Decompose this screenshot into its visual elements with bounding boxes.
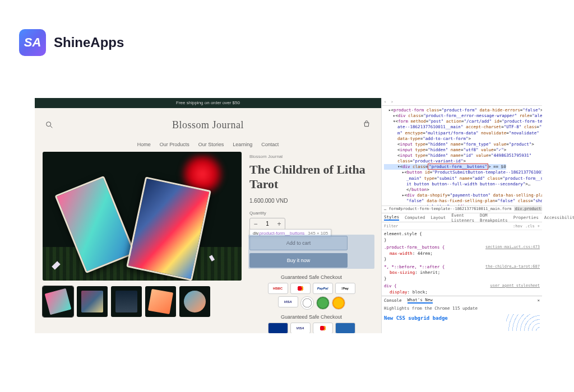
store-header: Blossom Journal: [35, 108, 381, 142]
cart-icon[interactable]: [362, 120, 371, 129]
storefront-panel: Free shipping on order over $50 Blossom …: [35, 98, 381, 333]
nav-stories[interactable]: Our Stories: [198, 142, 224, 147]
trust-block-2: Guaranteed Safe Checkout VISA: [249, 314, 373, 333]
tab-accessibility[interactable]: Accessibility: [544, 215, 574, 220]
badge-paypal: PayPal: [313, 283, 333, 294]
buy-now-button[interactable]: Buy it now: [249, 253, 348, 268]
search-icon[interactable]: [45, 120, 54, 129]
svg-point-0: [47, 122, 51, 127]
quantity-stepper: − 1 +: [249, 218, 285, 230]
arrow-right-icon[interactable]: ›: [391, 100, 393, 104]
add-to-cart-button[interactable]: Add to cart: [249, 236, 348, 250]
tab-event-listeners[interactable]: Event Listeners: [451, 213, 474, 223]
tab-properties[interactable]: Properties: [513, 215, 539, 220]
drawer-close-icon[interactable]: ×: [537, 298, 540, 303]
thumb-1[interactable]: [43, 286, 73, 317]
new-rule-button[interactable]: +: [538, 224, 540, 228]
arrow-left-icon[interactable]: ‹: [384, 100, 386, 104]
badge-applepay: Pay: [335, 283, 355, 294]
tab-dom-breakpoints[interactable]: DOM Breakpoints: [480, 213, 508, 223]
product-gallery: [43, 152, 242, 333]
badge-small-2: VISA: [290, 323, 311, 333]
drawer-tab-whatsnew[interactable]: What's New: [408, 297, 433, 304]
product-form-buttons: Add to cart Buy it now: [249, 236, 373, 268]
thumb-5[interactable]: [179, 286, 210, 317]
main-product-image[interactable]: [43, 152, 242, 281]
styles-rules[interactable]: element.style {} section-mai…uct.css:473…: [382, 230, 542, 296]
screenshot-region: Free shipping on order over $50 Blossom …: [35, 98, 542, 333]
announcement-bar: Free shipping on order over $50: [35, 98, 381, 108]
cls-toggle[interactable]: .cls: [525, 224, 535, 228]
qty-plus-button[interactable]: +: [274, 218, 285, 230]
svg-line-1: [50, 126, 52, 128]
tab-styles[interactable]: Styles: [384, 214, 399, 221]
hov-toggle[interactable]: :hov: [513, 224, 522, 228]
product-section: Blossom Journal The Children of Litha Ta…: [35, 152, 381, 333]
main-nav: Home Our Products Our Stories Learning C…: [35, 142, 381, 152]
product-details: Blossom Journal The Children of Litha Ta…: [249, 152, 373, 333]
qty-value: 1: [261, 221, 274, 227]
brand-name: ShineApps: [54, 35, 124, 50]
tab-layout[interactable]: Layout: [430, 215, 446, 220]
trust-seal-3: [332, 296, 345, 310]
quantity-label: Quantity: [249, 211, 373, 216]
badge-hsbc: HSBC: [268, 283, 288, 294]
badge-small-1: [268, 323, 288, 333]
nav-home[interactable]: Home: [137, 142, 151, 147]
trust-seal-2: [316, 296, 330, 310]
trust-heading-1: Guaranteed Safe Checkout: [249, 274, 373, 280]
devtools-panel: ‹ › ▸<product-form class="product-form" …: [381, 98, 542, 333]
thumbnail-row: [43, 286, 242, 317]
thumb-3[interactable]: [111, 286, 142, 317]
devtools-toolbar: ‹ ›: [382, 98, 542, 106]
store-title: Blossom Journal: [172, 119, 244, 131]
nav-learning[interactable]: Learning: [233, 142, 252, 147]
devtools-drawer: Console What's New × Highlights from the…: [382, 296, 542, 333]
elements-tree[interactable]: ▸<product-form class="product-form" data…: [382, 106, 542, 206]
product-price: 1.600.000 VND: [249, 198, 373, 204]
trust-block-1: Guaranteed Safe Checkout HSBC PayPal Pa…: [249, 274, 373, 310]
nav-products[interactable]: Our Products: [160, 142, 189, 147]
filter-input[interactable]: Filter: [384, 224, 398, 228]
highlights-heading: Highlights from the Chrome 115 update: [384, 306, 540, 311]
trust-heading-2: Guaranteed Safe Checkout: [249, 314, 373, 320]
product-title: The Children of Litha Tarot: [249, 162, 373, 192]
thumb-2[interactable]: [77, 286, 108, 317]
logo-icon: SA: [19, 29, 46, 56]
styles-filter-row: Filter :hov .cls +: [382, 222, 542, 230]
badge-small-3: [313, 323, 333, 333]
trust-seal-1: [300, 296, 314, 310]
qty-minus-button[interactable]: −: [250, 218, 261, 230]
nav-contact[interactable]: Contact: [261, 142, 279, 147]
thumb-4[interactable]: [145, 286, 176, 317]
badge-visa: VISA: [278, 296, 298, 307]
drawer-tab-console[interactable]: Console: [384, 298, 402, 303]
styles-tabs: Styles Computed Layout Event Listeners D…: [382, 213, 542, 222]
tab-computed[interactable]: Computed: [405, 215, 425, 220]
badge-small-4: [335, 323, 355, 333]
brand-header: SA ShineApps: [19, 29, 124, 56]
decorative-wave-icon: [506, 314, 540, 331]
badge-mastercard: [290, 283, 311, 294]
vendor-label: Blossom Journal: [249, 154, 373, 159]
